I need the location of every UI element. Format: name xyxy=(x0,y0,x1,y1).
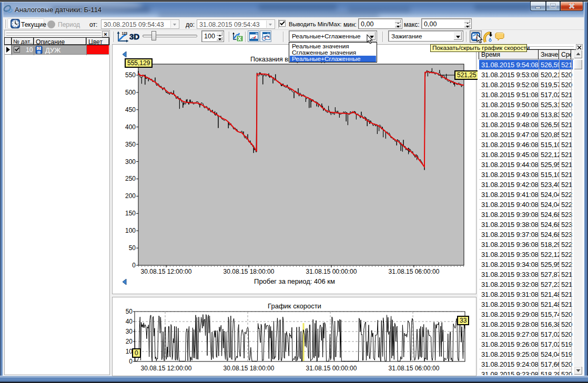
svg-text:30.08.15 18:00:00: 30.08.15 18:00:00 xyxy=(224,365,275,372)
svg-text:50: 50 xyxy=(129,244,136,252)
svg-text:300: 300 xyxy=(125,158,136,165)
svg-text:550: 550 xyxy=(125,71,136,79)
svg-text:31.08.15 00:00:00: 31.08.15 00:00:00 xyxy=(306,365,357,372)
svg-text:400: 400 xyxy=(125,123,136,131)
svg-text:123: 123 xyxy=(122,32,128,35)
svg-text:350: 350 xyxy=(125,141,136,148)
svg-text:50: 50 xyxy=(126,308,133,315)
svg-text:30.08.15 18:00:00: 30.08.15 18:00:00 xyxy=(224,268,275,275)
svg-text:250: 250 xyxy=(125,175,136,182)
svg-text:30.08.15 12:00:00: 30.08.15 12:00:00 xyxy=(141,365,192,372)
svg-text:0: 0 xyxy=(132,262,136,269)
svg-text:20: 20 xyxy=(126,338,133,345)
svg-text:31.08.15 00:00:00: 31.08.15 00:00:00 xyxy=(306,268,357,275)
svg-text:100: 100 xyxy=(125,227,136,234)
svg-text:150: 150 xyxy=(125,210,136,217)
svg-text:40: 40 xyxy=(126,318,133,325)
svg-text:3D: 3D xyxy=(129,32,139,41)
svg-text:Пробег за период: 406 км: Пробег за период: 406 км xyxy=(254,277,335,285)
svg-text:450: 450 xyxy=(125,106,136,113)
svg-text:30.08.15 12:00:00: 30.08.15 12:00:00 xyxy=(141,268,192,275)
svg-text:31.08.15 06:00:00: 31.08.15 06:00:00 xyxy=(389,268,440,275)
svg-text:500: 500 xyxy=(125,89,136,96)
svg-text:0: 0 xyxy=(129,358,133,365)
svg-text:30: 30 xyxy=(126,328,133,335)
svg-text:График скорости: График скорости xyxy=(268,302,321,310)
svg-text:200: 200 xyxy=(125,192,136,200)
svg-text:31.08.15 06:00:00: 31.08.15 06:00:00 xyxy=(389,365,440,372)
